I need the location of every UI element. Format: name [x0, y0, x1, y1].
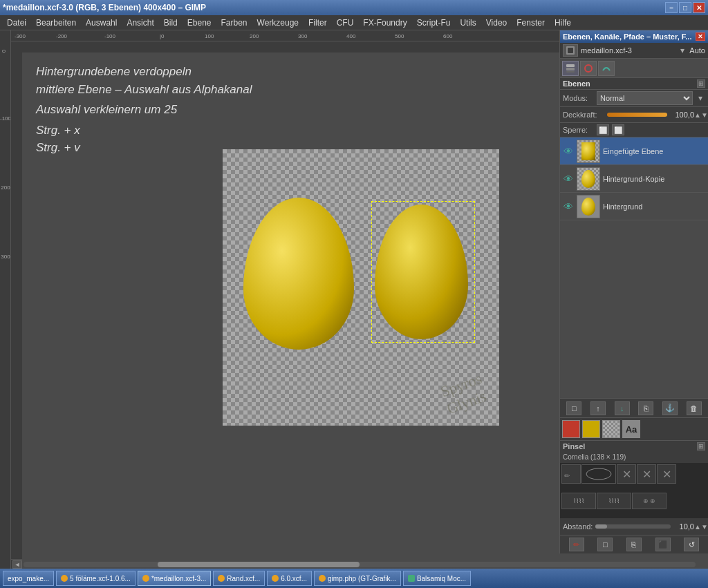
tab-channels[interactable]: [580, 61, 597, 76]
taskbar-btn-7[interactable]: Balsamiq Moc...: [403, 571, 471, 586]
close-button[interactable]: ✕: [693, 2, 705, 13]
svg-text:400: 400: [346, 33, 356, 39]
modus-dropdown-icon[interactable]: ▾: [696, 92, 705, 104]
color-swatch-red[interactable]: [562, 420, 580, 438]
brush-duplicate-button[interactable]: ⎘: [626, 538, 642, 551]
brush-item-2[interactable]: [581, 464, 616, 484]
menu-item-filter[interactable]: Filter: [304, 17, 331, 29]
brush-new-button[interactable]: □: [597, 538, 613, 551]
taskbar-btn-3[interactable]: *medaillon.xcf-3...: [138, 571, 211, 586]
deckkraft-value: 100,0: [670, 111, 694, 119]
color-swatch-gold[interactable]: [582, 420, 600, 438]
brush-refresh-button[interactable]: ↺: [684, 538, 699, 551]
instruction-line-3: Auswahl verkleinern um 25: [36, 101, 252, 119]
abstand-slider[interactable]: [595, 524, 671, 529]
svg-text:600: 600: [443, 33, 453, 39]
brush-fill-button[interactable]: ⬛: [655, 538, 671, 551]
svg-text:✏: ✏: [564, 472, 570, 480]
svg-rect-20: [566, 71, 575, 73]
menu-item-video[interactable]: Video: [482, 17, 511, 29]
scroll-left-button[interactable]: ◄: [12, 560, 22, 569]
layer-1-thumb-egg: [581, 142, 595, 160]
svg-point-21: [585, 65, 592, 72]
menu-item-fx-foundry[interactable]: FX-Foundry: [359, 17, 411, 29]
text-swatch[interactable]: Aa: [622, 420, 640, 438]
svg-rect-18: [566, 64, 575, 67]
brush-item-6[interactable]: ⌇⌇⌇⌇: [561, 493, 596, 509]
menu-item-auswahl[interactable]: Auswahl: [82, 17, 121, 29]
scroll-track-h[interactable]: [24, 562, 696, 567]
layer-1-thumb: [577, 140, 600, 163]
menu-item-script-fu[interactable]: Script-Fu: [413, 17, 455, 29]
menu-item-ansicht[interactable]: Ansicht: [122, 17, 158, 29]
menu-item-fenster[interactable]: Fenster: [512, 17, 549, 29]
deckkraft-spin[interactable]: ▲▼: [697, 108, 705, 121]
tab-paths[interactable]: [598, 61, 615, 76]
taskbar-btn-4[interactable]: Rand.xcf...: [213, 571, 265, 586]
brushes-header: Pinsel ⊞: [560, 441, 708, 452]
taskbar-btn-5[interactable]: 6.0.xcf...: [267, 571, 312, 586]
file-dropdown-icon[interactable]: ▾: [678, 45, 687, 56]
layer-row-3[interactable]: 👁 Hintergrund: [560, 193, 708, 220]
tab-layers[interactable]: [562, 61, 579, 76]
menu-item-cfu[interactable]: CFU: [333, 17, 358, 29]
menu-item-bild[interactable]: Bild: [160, 17, 182, 29]
maximize-button[interactable]: □: [679, 2, 691, 13]
svg-rect-5: [11, 30, 564, 41]
move-layer-up-button[interactable]: ↑: [590, 401, 606, 415]
lock-btn-1[interactable]: ⬜: [597, 124, 609, 135]
brushes-config-button[interactable]: ⊞: [697, 442, 705, 451]
layers-panel: Ebenen, Kanäle, Pfade – Muster, F... ✕ m…: [559, 30, 708, 553]
menu-item-datei[interactable]: Datei: [3, 17, 30, 29]
deckkraft-row: Deckkraft: 100,0 ▲▼: [560, 107, 708, 123]
title-text: *medaillon.xcf-3.0 (RGB, 3 Ebenen) 400x4…: [3, 3, 206, 12]
anchor-layer-button[interactable]: ⚓: [662, 401, 678, 415]
pattern-swatch[interactable]: [602, 420, 620, 438]
layer-row-2[interactable]: 👁 Hintergrund-Kopie: [560, 165, 708, 193]
layer-3-eye[interactable]: 👁: [563, 201, 574, 212]
brush-action-buttons: ✏ □ ⎘ ⬛ ↺: [560, 535, 708, 553]
instructions-text: Hintergrundebene verdoppeln mittlere Ebe…: [36, 63, 252, 157]
svg-text:-100: -100: [104, 33, 116, 39]
ruler-v-svg: 0 -100 200 300: [0, 30, 11, 514]
menu-item-utils[interactable]: Utils: [456, 17, 480, 29]
layers-list: 👁 Eingefügte Ebene 👁 Hintergrund-Kopie 👁: [560, 137, 708, 398]
scroll-thumb-h[interactable]: [158, 562, 360, 567]
taskbar-btn-2[interactable]: 5 föläme.xcf-1.0.6...: [56, 571, 136, 586]
pinsel-label: Pinsel: [563, 442, 585, 451]
brush-item-4[interactable]: ✕: [637, 464, 656, 484]
brush-edit-button[interactable]: ✏: [569, 538, 584, 551]
menu-item-werkzeuge[interactable]: Werkzeuge: [253, 17, 303, 29]
taskbar-btn-6[interactable]: gimp.php (GT-Grafik...: [314, 571, 401, 586]
abstand-spin[interactable]: ▲▼: [697, 520, 705, 533]
ebenen-config-button[interactable]: ⊞: [697, 79, 705, 88]
brush-item-5[interactable]: ✕: [657, 464, 676, 484]
delete-layer-button[interactable]: 🗑: [687, 401, 702, 415]
taskbar-btn-1[interactable]: expo_make...: [3, 571, 54, 586]
duplicate-layer-button[interactable]: ⎘: [638, 401, 653, 415]
modus-row: Modus: Normal ▾: [560, 90, 708, 107]
brush-item-1[interactable]: ✏: [561, 464, 581, 484]
layer-2-eye[interactable]: 👁: [563, 173, 574, 184]
brush-item-3[interactable]: ✕: [617, 464, 636, 484]
taskbar-icon-4: [218, 575, 225, 582]
brush-item-7[interactable]: ⌇⌇⌇⌇: [597, 493, 631, 509]
brush-item-8[interactable]: ⊕ ⊕: [632, 493, 667, 509]
menu-item-bearbeiten[interactable]: Bearbeiten: [32, 17, 80, 29]
minimize-button[interactable]: –: [665, 2, 678, 13]
brush-name-row: Cornelia (138 × 119): [560, 452, 708, 463]
layer-1-eye[interactable]: 👁: [563, 146, 574, 157]
layer-3-thumb: [577, 195, 600, 218]
lock-btn-2[interactable]: ⬜: [612, 124, 624, 135]
move-layer-down-button[interactable]: ↓: [615, 401, 630, 415]
modus-select[interactable]: Normal: [597, 91, 693, 105]
menu-item-hilfe[interactable]: Hilfe: [550, 17, 575, 29]
menu-item-ebene[interactable]: Ebene: [183, 17, 216, 29]
brushes-section: Pinsel ⊞ Cornelia (138 × 119) ✏ ✕ ✕ ✕: [560, 440, 708, 553]
menu-item-farben[interactable]: Farben: [217, 17, 252, 29]
taskbar-icon-7: [408, 575, 415, 582]
new-layer-button[interactable]: □: [566, 401, 581, 415]
deckkraft-slider[interactable]: [607, 113, 667, 117]
layers-close-button[interactable]: ✕: [696, 32, 705, 41]
layer-row-1[interactable]: 👁 Eingefügte Ebene: [560, 137, 708, 165]
